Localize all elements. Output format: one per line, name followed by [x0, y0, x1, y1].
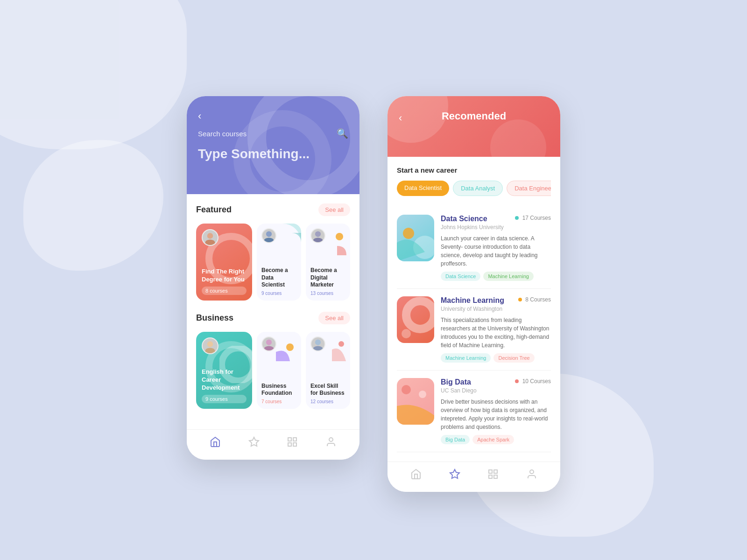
- card-find-degree[interactable]: Find The Right Degree for You 8 courses: [196, 224, 252, 301]
- card-small-title-dm: Become a Digital Marketer: [310, 267, 345, 289]
- card-deco-es: [316, 336, 348, 366]
- svg-point-12: [286, 343, 294, 351]
- course-info-machine-learning: Machine Learning 8 Courses University of…: [441, 296, 551, 363]
- business-see-all[interactable]: See all: [318, 312, 350, 324]
- tag-apache-spark[interactable]: Apache Spark: [472, 435, 514, 444]
- card-avatar-find-degree: [202, 229, 218, 246]
- card-deco-dm: [314, 227, 346, 260]
- card-digital-marketer[interactable]: Become a Digital Marketer 13 courses: [306, 224, 350, 301]
- thumb-deco-bd: [397, 378, 434, 425]
- course-name-bd: Big Data: [441, 378, 471, 386]
- card-business-foundation[interactable]: Business Foundation 7 courses: [257, 332, 301, 409]
- course-title-row-bd: Big Data 10 Courses: [441, 378, 551, 386]
- phone2-header: ‹ Recomended: [388, 96, 560, 157]
- nav-home-2[interactable]: [410, 469, 422, 483]
- svg-point-8: [205, 348, 215, 353]
- svg-rect-31: [489, 475, 492, 478]
- nav-profile-1[interactable]: [325, 436, 337, 450]
- phone2-title: Recomended: [399, 110, 549, 122]
- card-small-title-es: Excel Skill for Business: [310, 383, 345, 397]
- card-small-courses-es: 12 courses: [310, 399, 345, 404]
- phone1-body: Featured See all Find The Right Degree f…: [187, 194, 359, 429]
- svg-rect-19: [288, 443, 291, 446]
- tag-data-science[interactable]: Data Science: [441, 272, 480, 281]
- tag-machine-learning-ds[interactable]: Machine Learning: [483, 272, 533, 281]
- featured-cards-row: Find The Right Degree for You 8 courses …: [196, 224, 350, 301]
- phone2-bottom-nav: [388, 462, 560, 492]
- nav-profile-2[interactable]: [526, 469, 537, 483]
- nav-courses-1[interactable]: [287, 436, 298, 450]
- course-item-data-science[interactable]: Data Science 17 Courses Johns Hopkins Un…: [397, 207, 551, 289]
- course-info-big-data: Big Data 10 Courses UC San Diego Drive b…: [441, 378, 551, 444]
- card-small-courses-bf: 7 courses: [261, 399, 296, 404]
- filter-data-engineer[interactable]: Data Engineer: [507, 181, 551, 196]
- course-tags-bd: Big Data Apache Spark: [441, 435, 551, 444]
- course-desc-bd: Drive better business decisions with an …: [441, 398, 551, 431]
- tag-big-data[interactable]: Big Data: [441, 435, 470, 444]
- business-section-header: Business See all: [196, 312, 350, 324]
- course-university-ds: Johns Hopkins University: [441, 224, 551, 231]
- nav-favorites-2[interactable]: [449, 469, 460, 483]
- nav-home-1[interactable]: [210, 436, 221, 450]
- business-cards-row: English for Career Development 9 courses…: [196, 332, 350, 409]
- card-small-title-bf: Business Foundation: [261, 383, 296, 397]
- svg-point-0: [207, 233, 213, 238]
- search-icon[interactable]: 🔍: [337, 128, 348, 139]
- bg-decoration-1: [0, 0, 187, 149]
- count-dot-ds: [515, 216, 519, 220]
- course-thumb-machine-learning: [397, 296, 434, 343]
- svg-point-23: [403, 228, 414, 239]
- course-count-ds: 17 Courses: [515, 215, 551, 221]
- course-desc-ds: Launch your career in data science. A Se…: [441, 234, 551, 268]
- card-big-courses-english: 9 courses: [202, 395, 247, 403]
- featured-see-all[interactable]: See all: [318, 203, 350, 216]
- course-thumb-big-data: [397, 378, 434, 425]
- back-button[interactable]: ‹: [198, 110, 348, 122]
- svg-point-7: [207, 341, 213, 347]
- course-university-ml: University of Washington: [441, 306, 551, 312]
- svg-rect-17: [288, 438, 291, 441]
- tag-machine-learning[interactable]: Machine Learning: [441, 353, 491, 363]
- svg-point-1: [205, 239, 215, 245]
- search-bar-row: Search courses 🔍: [198, 128, 348, 139]
- nav-favorites-1[interactable]: [248, 436, 260, 450]
- card-small-courses-ds: 9 courses: [261, 291, 296, 296]
- card-small-title-ds: Become a Data Scientist: [261, 267, 296, 289]
- search-placeholder[interactable]: Type Something...: [198, 147, 348, 161]
- course-count-ml: 8 Courses: [518, 296, 551, 303]
- thumb-deco-ml: [397, 296, 434, 343]
- phone2-body: Start a new career Data Scientist Data A…: [388, 157, 560, 462]
- featured-section-header: Featured See all: [196, 203, 350, 216]
- nav-courses-2[interactable]: [487, 469, 499, 483]
- course-desc-ml: This specializations from leading resear…: [441, 316, 551, 350]
- card-english-career[interactable]: English for Career Development 9 courses: [196, 332, 252, 409]
- thumb-deco-ds: [397, 215, 434, 261]
- course-title-row-ds: Data Science 17 Courses: [441, 215, 551, 223]
- card-small-courses-dm: 13 courses: [310, 291, 345, 296]
- svg-point-26: [402, 385, 411, 394]
- card-big-title-find-degree: Find The Right Degree for You: [202, 268, 247, 284]
- card-deco-ds: [264, 224, 301, 261]
- filter-data-analyst[interactable]: Data Analyst: [453, 181, 503, 196]
- svg-point-15: [338, 341, 344, 347]
- filter-data-scientist[interactable]: Data Scientist: [397, 181, 449, 196]
- course-item-big-data[interactable]: Big Data 10 Courses UC San Diego Drive b…: [397, 371, 551, 452]
- course-info-data-science: Data Science 17 Courses Johns Hopkins Un…: [441, 215, 551, 281]
- tag-decision-tree[interactable]: Decision Tree: [493, 353, 534, 363]
- svg-point-27: [419, 391, 426, 398]
- course-university-bd: UC San Diego: [441, 387, 551, 394]
- bg-decoration-3: [23, 140, 163, 271]
- course-thumb-data-science: [397, 215, 434, 261]
- svg-marker-28: [450, 469, 459, 478]
- card-excel-skill[interactable]: Excel Skill for Business 12 courses: [306, 332, 350, 409]
- svg-marker-16: [249, 437, 259, 446]
- course-name-ml: Machine Learning: [441, 296, 504, 305]
- phone-recommended: ‹ Recomended Start a new career Data Sci…: [388, 96, 560, 492]
- course-item-machine-learning[interactable]: Machine Learning 8 Courses University of…: [397, 289, 551, 371]
- svg-rect-32: [494, 475, 497, 478]
- card-deco-bf: [267, 336, 299, 366]
- card-data-scientist[interactable]: Become a Data Scientist 9 courses: [257, 224, 301, 301]
- filter-tabs: Data Scientist Data Analyst Data Enginee…: [397, 181, 551, 196]
- svg-point-33: [530, 470, 534, 474]
- course-name-ds: Data Science: [441, 215, 487, 223]
